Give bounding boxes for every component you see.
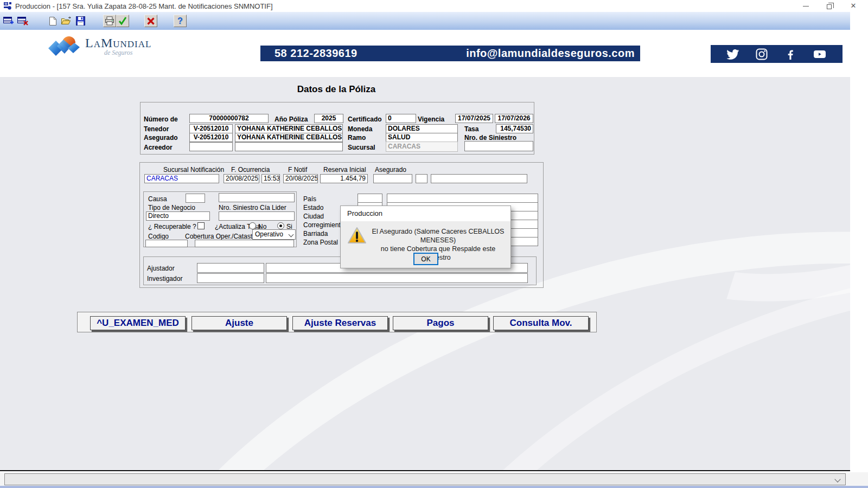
ramo-field[interactable]: SALUD xyxy=(386,133,458,142)
causa-codigo-field[interactable] xyxy=(186,194,205,203)
vigencia-label: Vigencia xyxy=(418,115,444,123)
numero-field[interactable]: 70000000782 xyxy=(189,114,269,123)
help-button[interactable]: ? xyxy=(174,15,187,27)
ocurrencia-hora-field[interactable]: 15:53 xyxy=(261,174,280,183)
tenedor-label: Tenedor xyxy=(144,125,169,133)
certificado-label: Certificado xyxy=(348,115,382,123)
toolbar: ? xyxy=(0,12,850,30)
company-logo: LaMundial de Seguros xyxy=(46,34,151,59)
f-notif-label: F Notif xyxy=(288,166,307,174)
cobertura-label: Cobertura Oper./Catast. xyxy=(185,233,254,240)
tenedor-id-field[interactable]: V-20512010 xyxy=(189,124,233,133)
reserva-inicial-field[interactable]: 1.454,79 xyxy=(320,174,368,183)
print-button[interactable] xyxy=(103,15,116,27)
acreedor-id-field[interactable] xyxy=(189,142,233,151)
youtube-icon[interactable] xyxy=(813,48,827,61)
pais-codigo-field[interactable] xyxy=(358,194,382,203)
sucursal-notif-field[interactable]: CARACAS xyxy=(144,174,219,183)
brand-tagline: de Seguros xyxy=(85,49,151,57)
nro-siniestro-field[interactable] xyxy=(464,141,533,151)
save-button[interactable] xyxy=(74,15,87,27)
open-folder-button[interactable] xyxy=(60,15,73,27)
actualiza-no-radio[interactable] xyxy=(249,222,256,229)
new-document-button[interactable] xyxy=(46,15,59,27)
ocurrencia-fecha-field[interactable]: 20/08/2025 xyxy=(224,174,259,183)
ok-button[interactable]: OK xyxy=(413,253,438,265)
cobertura-descripcion-field[interactable] xyxy=(195,240,294,247)
recuperable-checkbox[interactable] xyxy=(197,222,205,229)
cobertura-dropdown[interactable]: Operativo xyxy=(252,229,296,240)
asegurado-tipo-field[interactable] xyxy=(416,174,427,183)
app-icon xyxy=(3,2,12,10)
delete-record-button[interactable] xyxy=(16,15,29,27)
delete-record-icon xyxy=(17,16,28,26)
acreedor-label: Acreedor xyxy=(144,144,173,151)
logo-mark-icon xyxy=(46,34,82,59)
actualiza-si-radio[interactable] xyxy=(277,222,284,229)
examen-med-button[interactable]: ^U_EXAMEN_MED xyxy=(90,316,186,330)
asegurado-label: Asegurado xyxy=(144,134,178,142)
ajuste-button[interactable]: Ajuste xyxy=(192,316,287,330)
pais-field[interactable] xyxy=(387,194,538,203)
cancel-x-icon xyxy=(146,17,155,25)
help-icon: ? xyxy=(177,16,183,26)
moneda-field[interactable]: DOLARES xyxy=(386,124,458,133)
tenedor-nombre-field[interactable]: YOHANA KATHERINE CEBALLOS xyxy=(235,124,343,133)
ajustador-codigo-field[interactable] xyxy=(197,263,264,273)
dialog-message-line1: El Asegurado (Salome Caceres CEBALLOS ME… xyxy=(368,227,508,245)
investigador-label: Investigador xyxy=(147,275,182,282)
sucursal-label: Sucursal xyxy=(348,144,375,151)
tipo-negocio-label: Tipo de Negocio xyxy=(148,204,195,211)
pais-label: País xyxy=(303,195,316,203)
asegurado-nombre-notif-field[interactable] xyxy=(431,174,527,183)
contact-bar: 58 212-2839619 info@lamundialdeseguros.c… xyxy=(260,46,640,61)
consulta-mov-button[interactable]: Consulta Mov. xyxy=(493,316,589,330)
vigencia-hasta-field[interactable]: 17/07/2026 xyxy=(495,114,533,123)
codigo-field[interactable] xyxy=(145,240,188,247)
acreedor-nombre-field[interactable] xyxy=(235,142,343,151)
asegurado-codigo-field[interactable] xyxy=(373,174,412,183)
investigador-nombre-field[interactable] xyxy=(266,273,528,283)
chevron-down-icon xyxy=(289,232,294,237)
action-button-bar: ^U_EXAMEN_MED Ajuste Ajuste Reservas Pag… xyxy=(77,312,597,332)
investigador-codigo-field[interactable] xyxy=(197,273,264,283)
causa-descripcion-field[interactable] xyxy=(219,193,295,202)
tipo-negocio-field[interactable]: Directo xyxy=(146,211,210,221)
window-bottom-border xyxy=(0,486,868,488)
policy-data-box: Número de 70000000782 Año Póliza 2025 Ce… xyxy=(140,102,534,155)
zona-postal-label: Zona Postal xyxy=(303,239,338,246)
cia-lider-field[interactable] xyxy=(219,211,295,221)
twitter-icon[interactable] xyxy=(726,48,739,61)
anio-poliza-field[interactable]: 2025 xyxy=(314,114,343,123)
close-button[interactable]: ✕ xyxy=(843,0,864,12)
notif-fecha-field[interactable]: 20/08/2025 xyxy=(283,174,318,183)
vigencia-desde-field[interactable]: 17/07/2025 xyxy=(455,114,493,123)
restore-button[interactable] xyxy=(818,0,840,12)
reserva-inicial-label: Reserva Inicial xyxy=(323,166,366,174)
window-title: Produccion - [157 Sra. Yulia Zapata 28-0… xyxy=(15,2,273,10)
ramo-label: Ramo xyxy=(348,134,366,142)
pagos-button[interactable]: Pagos xyxy=(393,316,488,330)
ajuste-reservas-button[interactable]: Ajuste Reservas xyxy=(292,316,388,330)
cancel-button[interactable] xyxy=(144,15,157,27)
brand-name: LaMundial xyxy=(85,37,151,49)
facebook-icon[interactable] xyxy=(784,48,797,61)
confirm-button[interactable] xyxy=(116,15,129,27)
instagram-icon[interactable] xyxy=(755,48,768,61)
certificado-field[interactable]: 0 xyxy=(386,114,416,123)
moneda-label: Moneda xyxy=(348,125,372,133)
minimize-button[interactable] xyxy=(795,0,816,12)
add-record-button[interactable] xyxy=(2,15,15,27)
tasa-field[interactable]: 145,74530 xyxy=(496,124,533,133)
recuperable-label: ¿ Recuperable ? xyxy=(148,223,196,230)
asegurado-nombre-field[interactable]: YOHANA KATHERINE CEBALLOS xyxy=(235,133,343,142)
phone-number: 58 212-2839619 xyxy=(275,47,358,60)
corregimiento-label: Corregimiento xyxy=(303,221,344,229)
codigo-label: Codigo xyxy=(148,233,169,240)
cia-lider-label: Nro. Siniestro Cía Lider xyxy=(219,204,286,211)
asegurado-id-field[interactable]: V-20512010 xyxy=(189,133,233,142)
confirm-check-icon xyxy=(118,16,127,25)
numero-label: Número de xyxy=(144,115,178,123)
status-dropdown[interactable] xyxy=(4,473,846,485)
save-icon xyxy=(76,16,85,25)
